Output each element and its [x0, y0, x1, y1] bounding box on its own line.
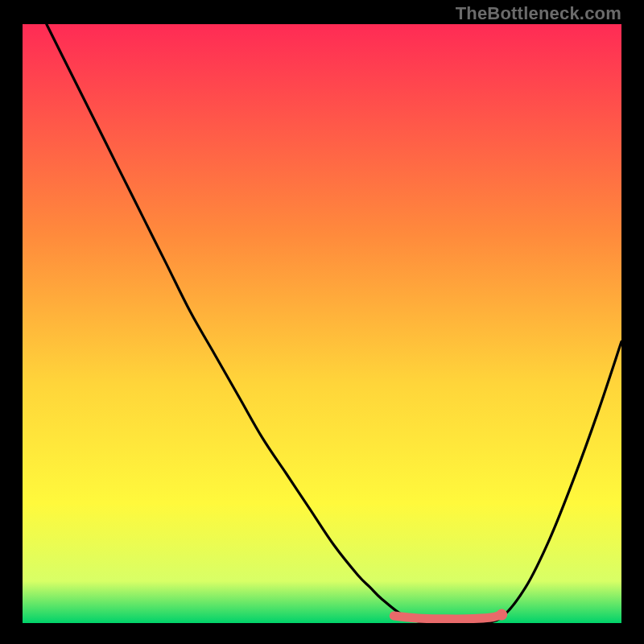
svg-point-1: [496, 609, 507, 621]
bottleneck-curve: [23, 24, 621, 623]
chart-frame: TheBottleneck.com: [0, 0, 644, 644]
plot-area: [23, 24, 621, 623]
watermark-text: TheBottleneck.com: [456, 3, 621, 24]
